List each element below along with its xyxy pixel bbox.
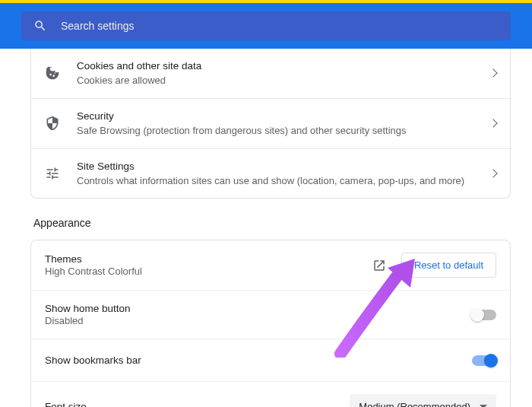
site-settings-text: Site Settings Controls what information … bbox=[77, 160, 490, 188]
appearance-card: Themes High Contrast Colorful Reset to d… bbox=[30, 240, 511, 407]
reset-to-default-button[interactable]: Reset to default bbox=[401, 253, 496, 278]
site-settings-title: Site Settings bbox=[77, 160, 490, 173]
toggle-knob bbox=[470, 308, 484, 322]
cookies-row[interactable]: Cookies and other site data Cookies are … bbox=[31, 49, 510, 99]
font-size-text: Font size bbox=[45, 401, 350, 407]
settings-content: Cookies and other site data Cookies are … bbox=[0, 49, 532, 407]
home-button-row: Show home button Disabled bbox=[31, 291, 510, 339]
security-title: Security bbox=[77, 110, 490, 123]
toggle-knob bbox=[484, 354, 498, 367]
bookmarks-bar-text: Show bookmarks bar bbox=[45, 355, 472, 366]
font-size-value: Medium (Recommended) bbox=[359, 401, 470, 407]
security-sub: Safe Browsing (protection from dangerous… bbox=[77, 124, 490, 138]
home-button-sub: Disabled bbox=[45, 315, 472, 326]
themes-title: Themes bbox=[45, 253, 372, 265]
site-settings-sub: Controls what information sites can use … bbox=[77, 174, 490, 188]
cookie-icon bbox=[45, 65, 60, 81]
themes-sub: High Contrast Colorful bbox=[45, 266, 372, 277]
tune-icon bbox=[45, 166, 60, 181]
chevron-right-icon bbox=[489, 119, 497, 127]
search-header bbox=[0, 3, 532, 49]
cookies-title: Cookies and other site data bbox=[77, 59, 490, 73]
search-bar[interactable] bbox=[21, 11, 511, 40]
search-icon bbox=[33, 19, 47, 33]
cookies-text: Cookies and other site data Cookies are … bbox=[77, 59, 490, 87]
home-button-title: Show home button bbox=[45, 303, 472, 314]
home-button-text: Show home button Disabled bbox=[45, 303, 472, 326]
security-text: Security Safe Browsing (protection from … bbox=[77, 110, 490, 138]
font-size-title: Font size bbox=[45, 401, 350, 407]
font-size-row: Font size Medium (Recommended) bbox=[31, 382, 510, 407]
open-in-new-icon[interactable] bbox=[372, 259, 386, 272]
cookies-sub: Cookies are allowed bbox=[77, 74, 490, 87]
search-input[interactable] bbox=[61, 20, 499, 32]
bookmarks-bar-row: Show bookmarks bar bbox=[31, 339, 510, 382]
security-row[interactable]: Security Safe Browsing (protection from … bbox=[31, 99, 510, 149]
appearance-header: Appearance bbox=[33, 217, 511, 229]
privacy-card: Cookies and other site data Cookies are … bbox=[30, 49, 511, 199]
bookmarks-bar-toggle[interactable] bbox=[472, 355, 496, 366]
bookmarks-bar-title: Show bookmarks bar bbox=[45, 355, 472, 366]
home-button-toggle[interactable] bbox=[472, 310, 496, 320]
site-settings-row[interactable]: Site Settings Controls what information … bbox=[31, 149, 510, 199]
themes-text: Themes High Contrast Colorful bbox=[45, 253, 372, 277]
chevron-right-icon bbox=[489, 69, 497, 78]
themes-row: Themes High Contrast Colorful Reset to d… bbox=[31, 240, 510, 291]
shield-icon bbox=[45, 116, 60, 131]
font-size-select[interactable]: Medium (Recommended) bbox=[350, 394, 496, 407]
chevron-right-icon bbox=[489, 169, 497, 177]
